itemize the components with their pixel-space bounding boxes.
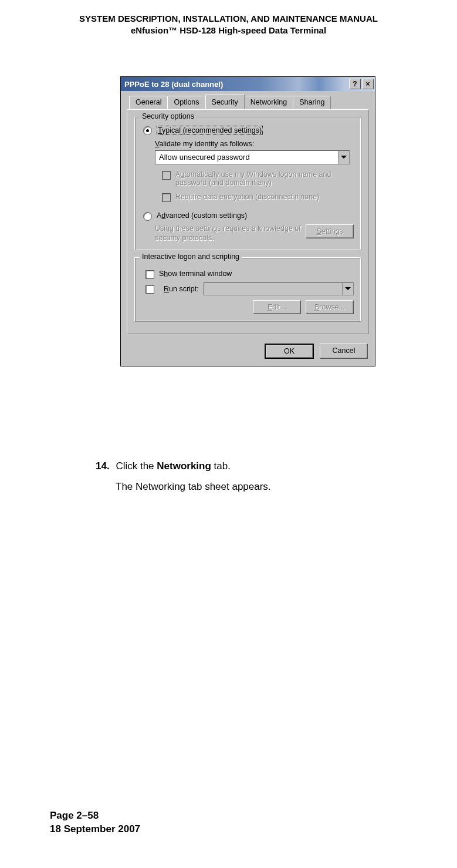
run-script-label: Run script: [164, 285, 199, 293]
show-terminal-label: Show terminal window [159, 270, 232, 278]
validate-identity-value: Allow unsecured password [155, 151, 338, 164]
step-text-pre: Click the [116, 460, 157, 472]
tab-row: General Options Security Networking Shar… [121, 91, 375, 109]
page-footer: Page 2–58 18 September 2007 [50, 809, 140, 836]
interactive-logon-label: Interactive logon and scripting [140, 253, 242, 261]
header-line-1: SYSTEM DESCRIPTION, INSTALLATION, AND MA… [0, 13, 457, 25]
question-icon: ? [353, 80, 357, 88]
security-options-group: Security options Typical (recommended se… [134, 117, 361, 250]
cancel-button[interactable]: Cancel [320, 344, 368, 359]
require-encryption-label: Require data encryption (disconnect if n… [175, 193, 319, 201]
settings-button: Settings [306, 224, 354, 238]
show-terminal-check-row[interactable]: Show terminal window [145, 270, 354, 279]
chevron-down-icon[interactable] [338, 151, 349, 164]
dialog-title: PPPoE to 28 (dual channel) [124, 80, 348, 89]
advanced-radio-label: Advanced (custom settings) [157, 211, 247, 220]
advanced-hint: Using these settings requires a knowledg… [155, 224, 306, 243]
close-icon: × [365, 80, 370, 88]
advanced-radio-row[interactable]: Advanced (custom settings) [142, 211, 354, 221]
security-tab-sheet: Security options Typical (recommended se… [127, 109, 369, 334]
security-options-label: Security options [140, 112, 197, 120]
require-encryption-checkbox [162, 193, 171, 202]
browse-button: Browse... [306, 300, 354, 314]
script-button-row: Edit... Browse... [142, 300, 354, 314]
require-encryption-check-row: Require data encryption (disconnect if n… [162, 193, 354, 202]
typical-radio-row[interactable]: Typical (recommended settings) [142, 126, 354, 135]
tab-sharing[interactable]: Sharing [293, 96, 331, 109]
edit-button: Edit... [253, 300, 301, 314]
footer-page-number: Page 2–58 [50, 809, 140, 823]
step-text-bold: Networking [157, 460, 211, 472]
footer-date: 18 September 2007 [50, 823, 140, 836]
ok-button[interactable]: OK [265, 344, 314, 359]
advanced-radio[interactable] [143, 212, 152, 221]
typical-radio[interactable] [143, 126, 152, 135]
tab-networking[interactable]: Networking [244, 96, 294, 109]
tab-general[interactable]: General [129, 96, 168, 109]
run-script-combo [204, 282, 354, 295]
step-result: The Networking tab sheet appears. [116, 479, 271, 496]
header-line-2: eNfusion™ HSD-128 High-speed Data Termin… [0, 25, 457, 36]
help-button[interactable]: ? [349, 79, 361, 89]
tab-options[interactable]: Options [167, 96, 205, 109]
validate-label: Validate my identity as follows: [155, 140, 354, 148]
auto-logon-check-row: Automatically use my Windows logon name … [162, 170, 354, 187]
dialog-titlebar[interactable]: PPPoE to 28 (dual channel) ? × [121, 77, 375, 91]
chevron-down-icon [342, 283, 353, 295]
step-number: 14. [96, 460, 110, 472]
close-button[interactable]: × [362, 79, 374, 89]
validate-identity-combo[interactable]: Allow unsecured password [155, 150, 350, 164]
show-terminal-checkbox[interactable] [145, 270, 154, 279]
instruction-step-14: 14. Click the Networking tab. The Networ… [96, 458, 271, 496]
interactive-logon-group: Interactive logon and scripting Show ter… [134, 257, 361, 322]
tab-security[interactable]: Security [205, 95, 245, 109]
run-script-row[interactable]: Run script: [145, 282, 354, 295]
run-script-checkbox[interactable] [145, 285, 154, 294]
auto-logon-label: Automatically use my Windows logon name … [175, 170, 354, 187]
pppoe-properties-dialog: PPPoE to 28 (dual channel) ? × General O… [120, 76, 375, 366]
advanced-hint-row: Using these settings requires a knowledg… [155, 224, 354, 243]
typical-radio-label: Typical (recommended settings) [157, 126, 263, 135]
dialog-footer: OK Cancel [121, 340, 375, 366]
step-text-post: tab. [211, 460, 231, 472]
manual-header: SYSTEM DESCRIPTION, INSTALLATION, AND MA… [0, 0, 457, 37]
auto-logon-checkbox [162, 171, 171, 180]
